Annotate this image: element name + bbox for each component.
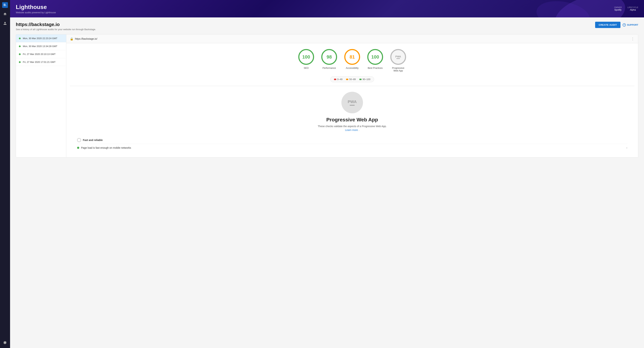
- score-item-accessibility: 81 Accessibility: [344, 49, 360, 72]
- score-item-best-practices: 100 Best Practices: [367, 49, 383, 72]
- audit-list-item[interactable]: Fri, 27 Mar 2020 17:01:21 GMT: [16, 58, 66, 66]
- learn-more-link[interactable]: Learn more: [345, 129, 358, 131]
- support-button[interactable]: ? SUPPORT: [622, 23, 638, 26]
- audit-date: Mon, 30 Mar 2020 22:23:24 GMT: [23, 37, 57, 40]
- pwa-desc-period: .: [359, 129, 360, 131]
- score-circle-accessibility: 81: [344, 49, 360, 65]
- pwa-section-desc: These checks validate the aspects of a P…: [316, 124, 388, 132]
- audit-date: Fri, 27 Mar 2020 20:10:13 GMT: [23, 53, 56, 55]
- page-title: https://backstage.io: [16, 22, 96, 27]
- page-description: See a history of all Lighthouse audits f…: [16, 28, 96, 31]
- owner-value: Spotify: [614, 8, 622, 11]
- score-item-seo: 100 SEO: [298, 49, 314, 72]
- score-value-performance: 98: [327, 54, 332, 60]
- audit-status-dot: [19, 61, 21, 63]
- score-value-seo: 100: [302, 54, 310, 60]
- pwa-dash-small: [396, 58, 400, 59]
- pwa-big-circle: PWA: [342, 92, 363, 113]
- score-label-performance: Performance: [322, 67, 336, 69]
- score-circle-seo: 100: [298, 49, 314, 65]
- check-group-title: Fast and reliable: [77, 136, 627, 144]
- pwa-big-text: PWA: [348, 99, 357, 104]
- score-circle-pwa: PWA: [390, 49, 406, 65]
- check-item[interactable]: Page load is fast enough on mobile netwo…: [77, 144, 627, 152]
- lifecycle-label: Lifecycle: [628, 6, 638, 8]
- audit-list: Mon, 30 Mar 2020 22:23:24 GMT Mon, 30 Ma…: [16, 34, 66, 157]
- legend-dot-red: [334, 79, 336, 80]
- audit-date: Fri, 27 Mar 2020 17:01:21 GMT: [23, 61, 56, 63]
- audit-status-dot: [19, 53, 21, 55]
- check-section: Fast and reliable Page load is fast enou…: [74, 136, 631, 152]
- pwa-section-title: Progressive Web App: [326, 117, 378, 123]
- nav-settings-icon[interactable]: [2, 339, 8, 346]
- app-logo[interactable]: B.: [2, 2, 8, 8]
- question-icon: ?: [622, 23, 626, 26]
- audit-date: Mon, 30 Mar 2020 13:34:28 GMT: [23, 45, 57, 47]
- audit-container: Mon, 30 Mar 2020 22:23:24 GMT Mon, 30 Ma…: [16, 34, 638, 157]
- audit-list-item[interactable]: Mon, 30 Mar 2020 13:34:28 GMT: [16, 42, 66, 50]
- score-circles: 100 SEO 98 Performance: [298, 49, 406, 72]
- lock-icon: 🔒: [70, 37, 74, 40]
- legend-item-high: 90–100: [360, 78, 370, 81]
- owner-meta: Owner Spotify: [614, 6, 622, 11]
- audit-url: https://backstage.io/: [75, 37, 98, 40]
- score-label-pwa: ProgressiveWeb App: [392, 67, 404, 72]
- check-group-icon: [77, 138, 81, 142]
- nav-user-icon[interactable]: [2, 20, 8, 26]
- legend-range-low: 0–49: [337, 78, 342, 81]
- score-label-seo: SEO: [304, 67, 308, 69]
- pwa-section: PWA Progressive Web App These checks val…: [66, 86, 638, 157]
- lifecycle-value: Alpha: [628, 8, 638, 11]
- score-item-pwa: PWA ProgressiveWeb App: [390, 49, 406, 72]
- legend-dot-green: [360, 79, 362, 80]
- support-label: SUPPORT: [627, 23, 638, 26]
- legend-item-mid: 50–89: [346, 78, 356, 81]
- check-item-left: Page load is fast enough on mobile netwo…: [77, 146, 131, 149]
- audit-status-dot: [19, 37, 21, 39]
- content-area: https://backstage.io See a history of al…: [10, 17, 644, 348]
- nav-home-icon[interactable]: [2, 11, 8, 17]
- score-legend: 0–49 50–89 90–100: [330, 76, 374, 82]
- header-meta: Owner Spotify Lifecycle Alpha: [614, 6, 638, 11]
- header-title-area: Lighthouse Website audits powered by Lig…: [16, 3, 56, 14]
- legend-range-high: 90–100: [362, 78, 370, 81]
- header-subtitle: Website audits powered by Lighthouse: [16, 11, 56, 14]
- url-bar: 🔒 https://backstage.io/ ⋮: [66, 34, 638, 43]
- chevron-down-icon: ›: [626, 146, 627, 149]
- check-item-label: Page load is fast enough on mobile netwo…: [81, 146, 131, 149]
- scores-section: 100 SEO 98 Performance: [66, 43, 638, 86]
- audit-status-dot: [19, 45, 21, 47]
- page-header: https://backstage.io See a history of al…: [16, 22, 638, 31]
- score-value-best-practices: 100: [371, 54, 379, 60]
- audit-panel: 🔒 https://backstage.io/ ⋮ 100 SEO: [66, 34, 638, 157]
- audit-list-item[interactable]: Mon, 30 Mar 2020 22:23:24 GMT: [16, 34, 66, 42]
- header-banner: Lighthouse Website audits powered by Lig…: [10, 0, 644, 17]
- score-item-performance: 98 Performance: [321, 49, 337, 72]
- legend-dot-orange: [346, 79, 348, 80]
- legend-range-mid: 50–89: [349, 78, 356, 81]
- owner-label: Owner: [614, 6, 622, 8]
- page-actions: CREATE AUDIT ? SUPPORT: [595, 22, 638, 28]
- pwa-desc-text: These checks validate the aspects of a P…: [318, 125, 386, 128]
- score-label-accessibility: Accessibility: [346, 67, 359, 69]
- check-item-status-dot: [77, 147, 79, 149]
- pwa-label-small: PWA: [395, 55, 401, 58]
- left-nav: B.: [0, 0, 10, 348]
- score-circle-best-practices: 100: [367, 49, 383, 65]
- more-options-icon[interactable]: ⋮: [631, 37, 634, 41]
- score-value-accessibility: 81: [350, 54, 355, 60]
- main-area: Lighthouse Website audits powered by Lig…: [10, 0, 644, 348]
- legend-item-low: 0–49: [334, 78, 342, 81]
- header-title: Lighthouse: [16, 3, 56, 10]
- url-bar-left: 🔒 https://backstage.io/: [70, 37, 98, 40]
- page-title-area: https://backstage.io See a history of al…: [16, 22, 96, 31]
- score-circle-performance: 98: [321, 49, 337, 65]
- lifecycle-meta: Lifecycle Alpha: [628, 6, 638, 11]
- audit-list-item[interactable]: Fri, 27 Mar 2020 20:10:13 GMT: [16, 50, 66, 58]
- score-label-best-practices: Best Practices: [368, 67, 382, 69]
- pwa-icon: PWA: [395, 55, 401, 59]
- create-audit-button[interactable]: CREATE AUDIT: [595, 22, 620, 28]
- check-group-label: Fast and reliable: [83, 139, 102, 141]
- pwa-big-dash: [350, 105, 355, 106]
